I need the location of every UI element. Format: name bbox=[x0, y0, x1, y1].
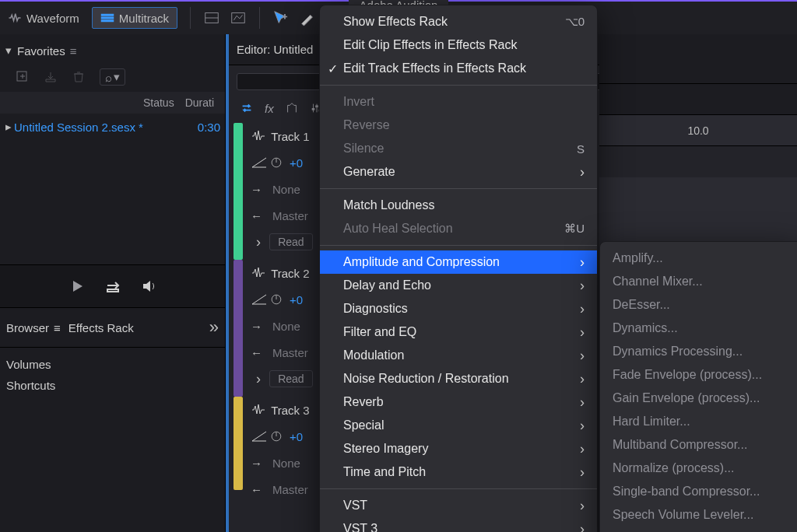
browser-item-volumes[interactable]: Volumes bbox=[6, 354, 219, 375]
more-panels-icon[interactable]: » bbox=[209, 317, 219, 338]
menu-amplitude-compression[interactable]: Amplitude and Compression› bbox=[320, 250, 597, 274]
submenu-singleband-compressor[interactable]: Single-band Compressor... bbox=[600, 480, 797, 503]
chevron-right-icon: › bbox=[580, 521, 585, 533]
spectral-frequency-icon[interactable] bbox=[203, 9, 220, 26]
svg-rect-7 bbox=[311, 108, 314, 110]
menu-show-effects-rack[interactable]: Show Effects Rack⌥0 bbox=[320, 10, 597, 33]
output-arrow-icon: ← bbox=[251, 346, 272, 359]
pan-knob-icon[interactable] bbox=[268, 430, 285, 443]
chevron-right-icon: › bbox=[580, 394, 585, 411]
input-arrow-icon: → bbox=[251, 320, 272, 333]
multitrack-icon bbox=[100, 12, 114, 23]
menu-noise-reduction[interactable]: Noise Reduction / Restoration› bbox=[320, 367, 597, 390]
spectral-pitch-icon[interactable] bbox=[230, 9, 247, 26]
speaker-icon[interactable] bbox=[140, 279, 157, 293]
browser-tab[interactable]: Browser≡ bbox=[6, 321, 61, 334]
new-file-icon[interactable] bbox=[16, 70, 30, 84]
menu-filter-eq[interactable]: Filter and EQ› bbox=[320, 320, 597, 344]
loop-icon[interactable] bbox=[240, 101, 254, 115]
pan-knob-icon[interactable] bbox=[268, 156, 285, 169]
menu-vst[interactable]: VST› bbox=[320, 494, 597, 517]
pan-knob-icon[interactable] bbox=[268, 293, 285, 306]
menu-modulation[interactable]: Modulation› bbox=[320, 344, 597, 367]
fx-icon[interactable]: fx bbox=[265, 102, 274, 115]
svg-text:+: + bbox=[283, 12, 287, 21]
chevron-right-icon: › bbox=[580, 498, 585, 514]
submenu-tube-compressor[interactable]: Tube-modeled Compressor... bbox=[600, 527, 797, 532]
volume-ramp-icon bbox=[251, 430, 268, 443]
submenu-dynamics-processing[interactable]: Dynamics Processing... bbox=[600, 340, 797, 363]
amplitude-submenu: Amplify... Channel Mixer... DeEsser... D… bbox=[599, 241, 797, 532]
export-icon[interactable] bbox=[104, 279, 121, 293]
multitrack-mode-button[interactable]: Multitrack bbox=[92, 7, 177, 29]
razor-tool-icon[interactable] bbox=[299, 9, 316, 26]
chevron-right-icon: › bbox=[580, 324, 585, 341]
move-tool-icon[interactable]: + bbox=[272, 9, 290, 26]
volume-ramp-icon bbox=[251, 156, 268, 169]
effects-context-menu: Show Effects Rack⌥0 Edit Clip Effects in… bbox=[319, 5, 598, 532]
submenu-speech-volume-leveler[interactable]: Speech Volume Leveler... bbox=[600, 503, 797, 527]
submenu-hard-limiter[interactable]: Hard Limiter... bbox=[600, 410, 797, 433]
chevron-right-icon: › bbox=[580, 348, 585, 364]
menu-vst3[interactable]: VST 3› bbox=[320, 517, 597, 532]
effects-rack-tab[interactable]: Effects Rack bbox=[68, 321, 134, 334]
menu-match-loudness[interactable]: Match Loudness bbox=[320, 194, 597, 217]
checkmark-icon: ✓ bbox=[328, 61, 338, 76]
menu-edit-clip-effects[interactable]: Edit Clip Effects in Effects Rack bbox=[320, 33, 597, 57]
expand-icon[interactable]: ▸ bbox=[3, 120, 14, 134]
menu-edit-track-effects[interactable]: ✓Edit Track Effects in Effects Rack bbox=[320, 57, 597, 80]
play-button[interactable] bbox=[68, 279, 86, 293]
timeline-ruler[interactable]: 10.0 bbox=[599, 115, 797, 146]
submenu-multiband-compressor[interactable]: Multiband Compressor... bbox=[600, 433, 797, 457]
panel-menu-icon[interactable]: ≡ bbox=[70, 44, 77, 58]
volume-ramp-icon bbox=[251, 293, 268, 306]
expand-track-icon[interactable]: › bbox=[251, 234, 266, 250]
import-icon[interactable] bbox=[44, 70, 58, 84]
col-status[interactable]: Status bbox=[143, 96, 185, 109]
trash-icon[interactable] bbox=[72, 70, 86, 84]
output-arrow-icon: ← bbox=[251, 209, 272, 222]
menu-reverb[interactable]: Reverb› bbox=[320, 390, 597, 414]
menu-silence: SilenceS bbox=[320, 137, 597, 160]
submenu-deesser[interactable]: DeEsser... bbox=[600, 293, 797, 317]
menu-auto-heal: Auto Heal Selection⌘U bbox=[320, 217, 597, 240]
chevron-right-icon: › bbox=[580, 164, 585, 180]
favorites-panel-header[interactable]: ▾ Favorites ≡ bbox=[0, 34, 225, 65]
submenu-amplify[interactable]: Amplify... bbox=[600, 247, 797, 270]
menu-time-pitch[interactable]: Time and Pitch› bbox=[320, 460, 597, 484]
col-name[interactable] bbox=[5, 96, 143, 109]
chevron-right-icon: › bbox=[580, 418, 585, 434]
col-duration[interactable]: Durati bbox=[185, 96, 225, 109]
track-waveform-icon bbox=[251, 404, 268, 416]
send-icon[interactable] bbox=[285, 101, 299, 115]
automation-mode[interactable]: Read bbox=[269, 370, 312, 387]
svg-rect-2 bbox=[101, 19, 114, 22]
collapse-toggle-icon[interactable]: ▾ bbox=[3, 44, 14, 58]
automation-mode[interactable]: Read bbox=[269, 233, 312, 250]
svg-rect-4 bbox=[232, 13, 245, 23]
editor-tab[interactable]: Editor: Untitled bbox=[237, 43, 313, 56]
submenu-normalize[interactable]: Normalize (process)... bbox=[600, 457, 797, 480]
submenu-dynamics[interactable]: Dynamics... bbox=[600, 317, 797, 340]
submenu-channel-mixer[interactable]: Channel Mixer... bbox=[600, 270, 797, 293]
chevron-right-icon: › bbox=[580, 301, 585, 317]
browser-item-shortcuts[interactable]: Shortcuts bbox=[6, 375, 219, 396]
menu-delay-echo[interactable]: Delay and Echo› bbox=[320, 274, 597, 297]
waveform-mode-button[interactable]: Waveform bbox=[0, 7, 87, 29]
output-arrow-icon: ← bbox=[251, 483, 272, 496]
file-row[interactable]: ▸ Untitled Session 2.sesx * 0:30 bbox=[0, 114, 225, 140]
input-arrow-icon: → bbox=[251, 183, 272, 196]
submenu-gain-envelope[interactable]: Gain Envelope (process)... bbox=[600, 387, 797, 410]
expand-track-icon[interactable]: › bbox=[251, 371, 266, 387]
svg-rect-0 bbox=[101, 14, 114, 16]
search-input[interactable]: ⌕▾ bbox=[100, 68, 125, 86]
menu-invert: Invert bbox=[320, 90, 597, 114]
menu-diagnostics[interactable]: Diagnostics› bbox=[320, 297, 597, 320]
submenu-fade-envelope[interactable]: Fade Envelope (process)... bbox=[600, 363, 797, 387]
menu-stereo-imagery[interactable]: Stereo Imagery› bbox=[320, 437, 597, 460]
menu-reverse: Reverse bbox=[320, 114, 597, 137]
svg-rect-1 bbox=[101, 17, 114, 19]
menu-special[interactable]: Special› bbox=[320, 414, 597, 437]
menu-generate[interactable]: Generate› bbox=[320, 160, 597, 184]
dropdown-caret-icon: ▾ bbox=[114, 70, 120, 84]
